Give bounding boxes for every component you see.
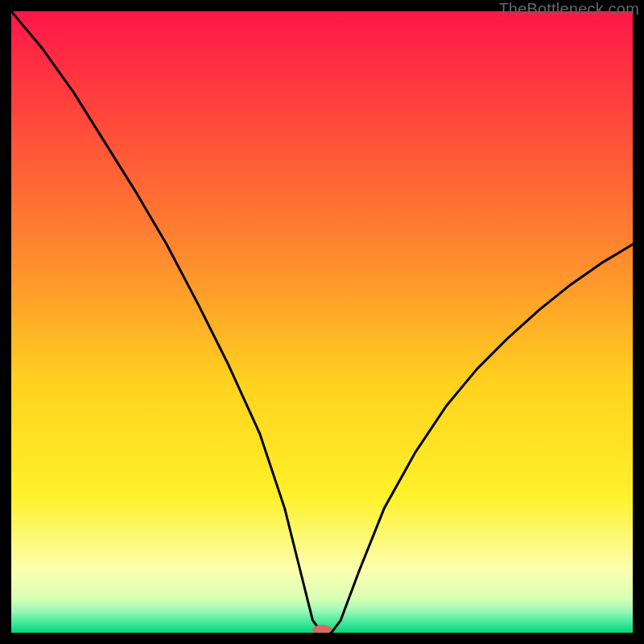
- gradient-background: [11, 11, 633, 633]
- attribution-text: TheBottleneck.com: [498, 0, 639, 19]
- bottleneck-chart: [11, 11, 633, 633]
- chart-frame: TheBottleneck.com: [0, 0, 644, 644]
- plot-area: [11, 11, 633, 633]
